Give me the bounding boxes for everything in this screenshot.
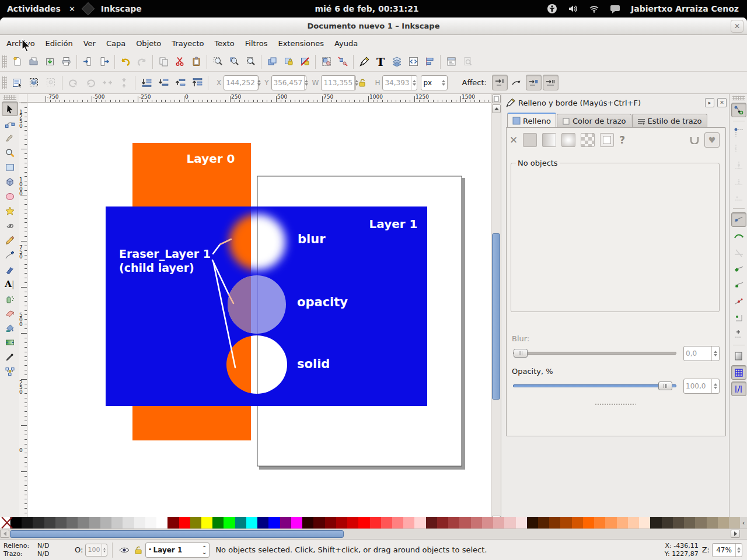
cut-button[interactable] <box>172 54 188 70</box>
select-all-button[interactable] <box>9 75 26 91</box>
tool-tweak[interactable] <box>2 131 18 145</box>
palette-swatch[interactable] <box>156 517 167 528</box>
palette-swatch[interactable] <box>729 517 740 528</box>
user-menu[interactable]: Jabiertxo Arraiza Cenoz <box>631 4 739 13</box>
tool-pencil[interactable] <box>2 233 18 247</box>
palette-scrollbar[interactable] <box>0 528 747 540</box>
palette-swatch[interactable] <box>201 517 212 528</box>
raise-to-top-button[interactable] <box>189 75 205 91</box>
zoom-selection-button[interactable] <box>210 54 226 70</box>
palette-scroll-left-button[interactable] <box>0 530 9 538</box>
snap-page-border[interactable] <box>731 349 746 363</box>
fill-radial-gradient-button[interactable] <box>561 133 575 147</box>
tab-stroke-style[interactable]: Estilo de trazo <box>632 114 707 128</box>
xml-editor-button[interactable] <box>405 54 421 70</box>
width-input[interactable]: 113,355 <box>321 75 356 90</box>
opacity-circle[interactable] <box>228 275 286 334</box>
palette-swatch[interactable] <box>11 517 22 528</box>
snap-grid[interactable] <box>731 365 746 380</box>
palette-swatch[interactable] <box>224 517 235 528</box>
snap-bbox-centers[interactable] <box>731 190 746 205</box>
select-all-layers-button[interactable] <box>26 75 43 91</box>
panel-resize-grip[interactable] <box>595 403 636 406</box>
opacity-slider[interactable] <box>513 384 676 387</box>
height-input[interactable]: 34,393 <box>382 75 417 90</box>
affect-move-button[interactable] <box>492 75 508 90</box>
align-dialog-button[interactable] <box>421 54 438 70</box>
fill-flat-button[interactable] <box>523 133 537 147</box>
rotate-ccw-button[interactable] <box>65 75 82 91</box>
new-document-button[interactable] <box>9 54 25 70</box>
tool-pen[interactable] <box>2 247 18 262</box>
palette-swatch[interactable] <box>628 517 639 528</box>
palette-swatch[interactable] <box>190 517 201 528</box>
tool-calligraphy[interactable] <box>2 262 18 276</box>
tool-3dbox[interactable] <box>2 174 18 189</box>
snap-guides[interactable] <box>731 382 746 396</box>
menu-texto[interactable]: Texto <box>210 37 240 50</box>
network-icon[interactable] <box>589 5 599 13</box>
palette-swatch[interactable] <box>44 517 55 528</box>
fill-none-button[interactable]: ✕ <box>509 134 518 146</box>
snap-line-midpoints[interactable] <box>731 294 746 309</box>
palette-no-color[interactable] <box>0 517 11 528</box>
palette-swatch[interactable] <box>392 517 403 528</box>
ungroup-button[interactable] <box>334 54 351 70</box>
vscroll-thumb[interactable] <box>492 233 500 400</box>
palette-swatch[interactable] <box>33 517 44 528</box>
blur-slider[interactable] <box>513 352 676 355</box>
lower-to-bottom-button[interactable] <box>138 75 155 91</box>
palette-swatch[interactable] <box>235 517 246 528</box>
palette-swatch[interactable] <box>111 517 123 528</box>
tool-paint-bucket[interactable] <box>2 320 18 335</box>
affect-transform-button[interactable] <box>509 75 525 90</box>
palette-swatch[interactable] <box>605 517 616 528</box>
snap-bbox-edge-midpoints[interactable] <box>731 174 746 188</box>
zoom-input[interactable]: 47% <box>712 543 742 557</box>
rotate-cw-button[interactable] <box>82 75 99 91</box>
fill-rule-evenodd-icon[interactable] <box>690 136 699 144</box>
unlink-clone-button[interactable] <box>296 54 313 70</box>
window-close-button[interactable]: ✕ <box>731 20 743 33</box>
scroll-corner-button[interactable] <box>492 94 501 103</box>
group-button[interactable] <box>318 54 334 70</box>
palette-swatch[interactable] <box>381 517 392 528</box>
palette-swatch[interactable] <box>583 517 594 528</box>
fill-unknown-button[interactable]: ? <box>619 134 625 146</box>
palette-swatch[interactable] <box>437 517 448 528</box>
panel-menu-button[interactable]: ▸ <box>705 98 714 107</box>
palette-swatch[interactable] <box>662 517 673 528</box>
snap-bbox-edges[interactable] <box>731 141 746 156</box>
toolbar-grip2[interactable] <box>2 76 7 89</box>
palette-swatch[interactable] <box>695 517 706 528</box>
scroll-up-button[interactable] <box>492 104 501 113</box>
palette-swatch[interactable] <box>145 517 156 528</box>
stroke-indicator-value[interactable]: N/D <box>37 550 49 558</box>
palette-swatch[interactable] <box>448 517 459 528</box>
tool-eraser[interactable] <box>2 306 18 320</box>
menu-objeto[interactable]: Objeto <box>131 37 166 50</box>
palette-swatch[interactable] <box>549 517 560 528</box>
import-button[interactable] <box>79 54 96 70</box>
tool-selector[interactable] <box>2 102 18 116</box>
raise-button[interactable] <box>172 75 189 91</box>
snap-path-intersections[interactable] <box>731 245 746 260</box>
fill-linear-gradient-button[interactable] <box>542 133 556 147</box>
lock-ratio-icon[interactable] <box>358 78 367 88</box>
palette-swatch[interactable] <box>268 517 280 528</box>
palette-swatch[interactable] <box>560 517 571 528</box>
blur-input[interactable]: 0,0 <box>683 346 720 361</box>
menu-extensiones[interactable]: Extensiones <box>273 37 329 50</box>
palette-swatch[interactable] <box>707 517 718 528</box>
snap-master-toggle[interactable] <box>731 103 746 117</box>
palette-swatch[interactable] <box>414 517 425 528</box>
tool-connector[interactable] <box>2 364 18 379</box>
palette-swatch[interactable] <box>572 517 583 528</box>
palette-swatch[interactable] <box>617 517 628 528</box>
x-input[interactable]: 144,252 <box>224 75 259 90</box>
palette-swatch[interactable] <box>426 517 437 528</box>
tool-star[interactable] <box>2 204 18 218</box>
palette-swatch[interactable] <box>246 517 257 528</box>
palette-swatch[interactable] <box>100 517 111 528</box>
text-dialog-button[interactable]: T <box>372 54 389 70</box>
